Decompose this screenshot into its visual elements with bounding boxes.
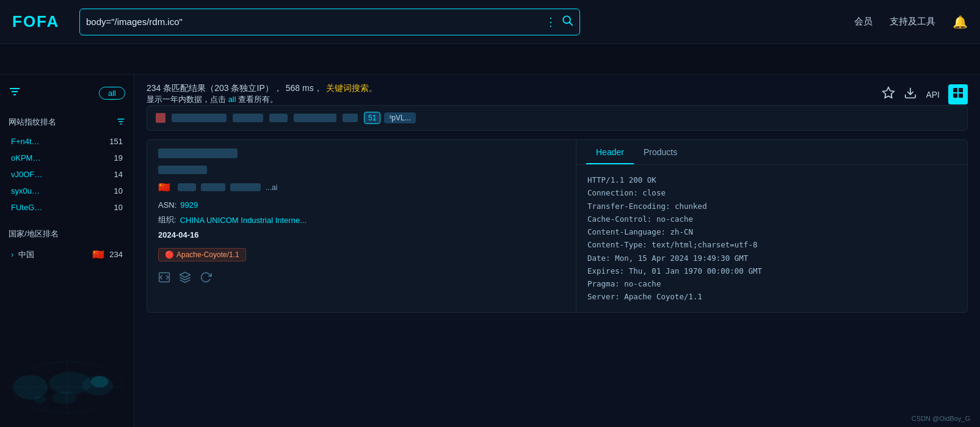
top-navigation: FOFA ⋮ 会员 支持及工具 🔔: [0, 0, 980, 44]
search-input[interactable]: [86, 16, 540, 27]
logo: FOFA: [12, 12, 67, 31]
fp-count-3: 10: [114, 186, 123, 195]
svg-rect-20: [959, 93, 963, 98]
asn-value[interactable]: 9929: [180, 200, 198, 210]
card-flag: 🇨🇳: [158, 181, 170, 193]
card-tabs: Header Products: [576, 140, 967, 165]
tab-header[interactable]: Header: [586, 140, 634, 164]
fp-name-0: F+n4t…: [11, 137, 40, 146]
ip-blurred: [172, 114, 227, 122]
country-list: › 中国 🇨🇳 234: [9, 246, 125, 263]
star-button[interactable]: [882, 86, 895, 103]
results-ms: 568 ms，: [286, 83, 322, 94]
results-count: 234 条匹配结果（203 条独立IP），: [147, 83, 282, 94]
result-card-compact[interactable]: 51 ³pVL...: [147, 105, 968, 131]
refresh-icon[interactable]: [200, 271, 212, 286]
asn-label: ASN:: [158, 200, 176, 210]
card-ip-line2: [158, 166, 565, 174]
fingerprint-filter-icon[interactable]: [117, 117, 125, 128]
results-line1: 234 条匹配结果（203 条独立IP）， 568 ms， 关键词搜索。: [147, 83, 377, 94]
fp-count-1: 19: [114, 153, 123, 162]
country-item-china[interactable]: › 中国 🇨🇳 234: [9, 246, 125, 263]
grid-view-button[interactable]: [948, 84, 968, 104]
svg-line-1: [570, 23, 573, 26]
all-badge[interactable]: all: [99, 87, 125, 100]
country-title-label: 国家/地区排名: [9, 228, 59, 239]
fingerprint-item[interactable]: FUteG… 10: [9, 200, 125, 215]
svg-marker-15: [883, 87, 894, 98]
card-domain-line: 🇨🇳 ...ai: [158, 181, 565, 193]
ip2-blurred: [233, 114, 263, 122]
world-map: [9, 279, 125, 415]
date-value: 2024-04-16: [158, 230, 199, 239]
card-left: 🇨🇳 ...ai ASN: 9929 组织: CHINA UNIC: [147, 140, 576, 312]
fp-count-4: 10: [114, 203, 123, 212]
fp-name-3: syx0u…: [11, 186, 40, 195]
second-bar: [0, 44, 980, 75]
content-area: 234 条匹配结果（203 条独立IP）， 568 ms， 关键词搜索。 显示一…: [134, 75, 980, 427]
search-bar: ⋮: [79, 9, 580, 35]
country-count-china: 234: [109, 250, 123, 259]
nav-bell-icon[interactable]: 🔔: [953, 15, 968, 29]
fp-count-0: 151: [109, 137, 123, 146]
download-button[interactable]: [904, 86, 917, 103]
search-submit-icon[interactable]: [561, 14, 573, 29]
results-list: 51 ³pVL... 🇨🇳: [134, 105, 980, 427]
results-all-link[interactable]: all: [228, 95, 236, 104]
api-button[interactable]: API: [926, 90, 940, 100]
nav-member[interactable]: 会员: [854, 16, 873, 27]
toolbar-right: API: [882, 84, 968, 104]
result-card-detail: 🇨🇳 ...ai ASN: 9929 组织: CHINA UNIC: [147, 139, 968, 313]
card-right: Header Products HTTP/1.1 200 OK Connecti…: [576, 140, 967, 312]
svg-rect-18: [959, 88, 963, 92]
fingerprint-title-label: 网站指纹排名: [9, 117, 56, 128]
nav-support[interactable]: 支持及工具: [890, 16, 935, 27]
header-line: Server: Apache Coyote/1.1: [587, 290, 956, 303]
search-options-icon[interactable]: ⋮: [545, 15, 556, 29]
main-layout: all 网站指纹排名 F+n4t… 151 oKPM… 19 vJ0OF… 14: [0, 75, 980, 427]
svg-rect-19: [953, 93, 957, 98]
header-content: HTTP/1.1 200 OK Connection: close Transf…: [576, 165, 967, 312]
logo-text[interactable]: FOFA: [12, 12, 59, 31]
results-line2: 显示一年内数据，点击 all 查看所有。: [147, 94, 377, 105]
count-badge: 51: [364, 112, 380, 124]
code-icon[interactable]: [158, 271, 170, 286]
card-ip-line: [158, 148, 565, 158]
org-label: 组织:: [158, 214, 176, 225]
header-line: HTTP/1.1 200 OK: [587, 173, 956, 186]
fp-name-1: oKPM…: [11, 153, 40, 162]
svg-point-8: [52, 392, 76, 404]
date-row: 2024-04-16: [158, 230, 565, 239]
fingerprint-item[interactable]: vJ0OF… 14: [9, 167, 125, 182]
fingerprint-item[interactable]: oKPM… 19: [9, 150, 125, 166]
attribution-text: CSDN @OidBoy_G: [912, 415, 970, 422]
cube-icon[interactable]: [179, 271, 191, 286]
ip5-blurred: [343, 114, 358, 122]
org-row: 组织: CHINA UNICOM Industrial Interne...: [158, 214, 565, 225]
fingerprint-item[interactable]: syx0u… 10: [9, 183, 125, 199]
header-line: Content-Type: text/html;charset=utf-8: [587, 238, 956, 251]
header-line: Content-Language: zh-CN: [587, 225, 956, 238]
country-flag-china: 🇨🇳: [92, 249, 104, 260]
apache-tag[interactable]: 🔴 Apache-Coyote/1.1: [158, 248, 246, 261]
svg-rect-17: [953, 88, 957, 92]
svg-point-10: [91, 376, 108, 387]
org-value[interactable]: CHINA UNICOM Industrial Interne...: [180, 216, 307, 225]
nav-right: 会员 支持及工具 🔔: [854, 15, 968, 29]
fp-name-4: FUteG…: [11, 203, 42, 212]
fingerprint-list: F+n4t… 151 oKPM… 19 vJ0OF… 14 syx0u… 10 …: [9, 134, 125, 215]
asn-row: ASN: 9929: [158, 200, 565, 210]
fingerprint-item[interactable]: F+n4t… 151: [9, 134, 125, 149]
filter-icon[interactable]: [9, 87, 21, 100]
tag-label: Apache-Coyote/1.1: [176, 250, 239, 259]
sidebar: all 网站指纹排名 F+n4t… 151 oKPM… 19 vJ0OF… 14: [0, 75, 134, 427]
card-ip-blurred: [158, 148, 238, 158]
footer-attribution: CSDN @OidBoy_G: [912, 415, 970, 422]
ip4-blurred: [294, 114, 336, 122]
domain-suffix: ...ai: [266, 183, 277, 192]
header-line: Date: Mon, 15 Apr 2024 19:49:30 GMT: [587, 252, 956, 265]
domain-b3: [230, 183, 261, 191]
tab-products[interactable]: Products: [634, 140, 687, 164]
domain-b2: [201, 183, 225, 191]
results-keyword-link[interactable]: 关键词搜索。: [326, 83, 377, 94]
